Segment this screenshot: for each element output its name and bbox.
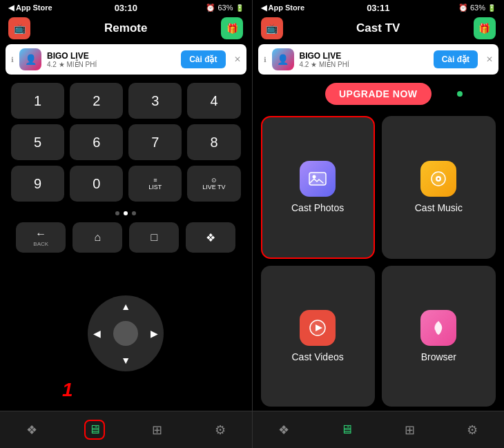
right-tab-bar: ❖ 🖥 ⊞ ⚙ [253, 411, 505, 448]
ctrl-back-button[interactable]: ← BACK [16, 222, 66, 253]
left-tab-bar: ❖ 🖥 ⊞ ⚙ [0, 411, 252, 448]
ctrl-home-button[interactable]: ⌂ [72, 222, 122, 253]
step-1-badge: 1 [62, 379, 73, 401]
right-nav-icon-left[interactable]: 📺 [261, 17, 283, 39]
right-settings-tab-icon: ⚙ [467, 422, 478, 438]
right-tab-tv[interactable]: 🖥 [316, 416, 378, 444]
left-nav-icon-left[interactable]: 📺 [8, 17, 30, 39]
left-numpad: 1 2 3 4 5 6 7 8 9 0 ≡LIST ⊙LIVE TV [0, 77, 252, 207]
right-tab-settings[interactable]: ⚙ [441, 416, 504, 444]
cast-photos-icon [308, 169, 327, 188]
right-tv-tab-icon: 🖥 [340, 422, 353, 437]
left-nav-bar: 📺 Remote 🎁 [0, 15, 252, 41]
cast-photos-icon-wrap [300, 161, 336, 197]
left-tab-apps[interactable]: ⊞ [126, 416, 188, 444]
dpad-center[interactable] [113, 321, 138, 346]
num-btn-4[interactable]: 4 [187, 83, 240, 119]
right-nav-bar: 📺 Cast TV 🎁 [253, 15, 505, 41]
cast-photos-card[interactable]: Cast Photos [261, 116, 375, 259]
right-status-bar: ◀ App Store 03:11 ⏰ 63% 🔋 [253, 0, 505, 15]
right-ad-sub: 4.2 ★ MIỄN PHÍ [300, 61, 428, 68]
left-title: Remote [104, 21, 147, 35]
settings-tab-icon: ⚙ [215, 422, 226, 438]
ctrl-recent-button[interactable]: □ [129, 222, 179, 253]
left-status-left: ◀ App Store [8, 3, 52, 12]
left-ad-logo: 👤 [19, 48, 41, 70]
tv-icon-left: 📺 [14, 23, 26, 34]
home-icon: ⌂ [94, 231, 101, 244]
num-btn-5[interactable]: 5 [11, 124, 64, 160]
cast-photos-label: Cast Photos [291, 202, 344, 213]
left-ad-button[interactable]: Cài đặt [181, 50, 225, 68]
upgrade-now-button[interactable]: UPGRADE NOW [325, 83, 432, 105]
recent-icon: □ [151, 231, 157, 244]
left-control-row: ← BACK ⌂ □ ❖ [0, 220, 252, 255]
num-btn-2[interactable]: 2 [70, 83, 123, 119]
num-btn-1[interactable]: 1 [11, 83, 64, 119]
right-apps-tab-icon: ⊞ [405, 422, 415, 438]
dpad-down-arrow[interactable]: ▼ [121, 355, 130, 366]
tv-tab-icon: 🖥 [88, 422, 101, 436]
right-ad-info-icon: ℹ [264, 56, 266, 64]
cast-videos-icon-wrap [300, 310, 336, 346]
left-nav-icon-right[interactable]: 🎁 [221, 17, 243, 39]
dpad-up-arrow[interactable]: ▲ [121, 301, 130, 312]
dot-3 [132, 211, 136, 215]
remote-tab-icon: ❖ [26, 422, 37, 438]
cast-videos-label: Cast Videos [292, 351, 344, 362]
more-icon: ❖ [206, 231, 215, 244]
right-nav-icon-right[interactable]: 🎁 [474, 17, 496, 39]
right-tab-remote[interactable]: ❖ [253, 416, 316, 444]
num-btn-8[interactable]: 8 [187, 124, 240, 160]
green-status-dot [457, 91, 463, 97]
dpad-left-arrow[interactable]: ◀ [93, 328, 101, 339]
upgrade-row: UPGRADE NOW [253, 77, 505, 112]
back-icon: ← [35, 228, 46, 240]
left-battery-icon: 🔋 [235, 4, 244, 12]
num-btn-6[interactable]: 6 [70, 124, 123, 160]
dot-1 [115, 211, 119, 215]
right-tab-apps[interactable]: ⊞ [378, 416, 441, 444]
left-dpad[interactable]: ▲ ▼ ◀ ▶ [88, 295, 164, 371]
cast-videos-card[interactable]: Cast Videos [261, 266, 375, 407]
cast-browser-icon [429, 318, 448, 338]
num-btn-3[interactable]: 3 [128, 83, 182, 119]
cast-music-icon-wrap [420, 161, 456, 197]
left-ad-close[interactable]: ✕ [234, 55, 241, 64]
right-remote-tab-icon: ❖ [278, 422, 289, 438]
bigo-logo-icon: 👤 [25, 54, 37, 65]
num-btn-9[interactable]: 9 [11, 166, 64, 202]
right-status-time: 03:11 [367, 3, 389, 13]
right-ad-close[interactable]: ✕ [486, 55, 493, 64]
left-pagination-dots [0, 207, 252, 220]
left-tab-remote[interactable]: ❖ [0, 416, 63, 444]
gift-icon-left: 🎁 [226, 23, 238, 34]
left-store-icon: ◀ [8, 3, 14, 12]
ctrl-more-button[interactable]: ❖ [186, 222, 235, 253]
num-btn-7[interactable]: 7 [128, 124, 182, 160]
apps-tab-icon: ⊞ [152, 422, 162, 438]
tv-tab-highlight: 🖥 [84, 420, 105, 440]
cast-grid: Cast Photos Cast Music Cast Videos [253, 112, 505, 411]
cast-music-card[interactable]: Cast Music [382, 116, 496, 259]
cast-browser-card[interactable]: Browser [382, 266, 496, 407]
right-battery-icon: 🔋 [487, 4, 496, 12]
right-ad-banner[interactable]: ℹ 👤 BIGO LIVE 4.2 ★ MIỄN PHÍ Cài đặt ✕ [258, 44, 499, 75]
left-tab-settings[interactable]: ⚙ [188, 416, 251, 444]
num-btn-list[interactable]: ≡LIST [128, 166, 182, 202]
num-btn-0[interactable]: 0 [70, 166, 123, 202]
right-ad-button[interactable]: Cài đặt [434, 50, 478, 68]
right-store-icon: ◀ [261, 3, 266, 12]
left-alarm-icon: ⏰ [206, 3, 215, 12]
left-ad-banner[interactable]: ℹ 👤 BIGO LIVE 4.2 ★ MIỄN PHÍ Cài đặt ✕ [6, 44, 246, 75]
left-status-bar: ◀ App Store 03:10 ⏰ 63% 🔋 [0, 0, 252, 15]
num-btn-livetv[interactable]: ⊙LIVE TV [187, 166, 240, 202]
right-ad-info: BIGO LIVE 4.2 ★ MIỄN PHÍ [300, 51, 428, 68]
cast-videos-icon [308, 318, 327, 338]
left-ad-info: BIGO LIVE 4.2 ★ MIỄN PHÍ [47, 51, 175, 68]
dpad-right-arrow[interactable]: ▶ [151, 328, 158, 339]
svg-point-2 [313, 175, 316, 179]
left-status-right: ⏰ 63% 🔋 [206, 3, 243, 12]
left-tab-tv[interactable]: 🖥 [63, 416, 126, 444]
right-status-right: ⏰ 63% 🔋 [458, 3, 496, 12]
